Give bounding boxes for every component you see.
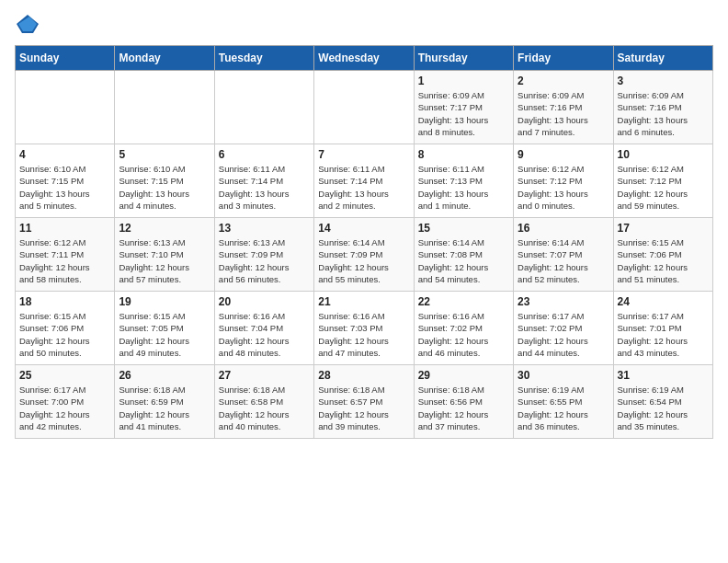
day-info: Sunrise: 6:17 AM Sunset: 7:00 PM Dayligh…: [19, 384, 110, 432]
day-info: Sunrise: 6:10 AM Sunset: 7:15 PM Dayligh…: [19, 163, 110, 212]
day-info: Sunrise: 6:15 AM Sunset: 7:06 PM Dayligh…: [618, 236, 709, 285]
day-number: 7: [318, 148, 409, 161]
day-number: 11: [19, 222, 110, 235]
day-info: Sunrise: 6:16 AM Sunset: 7:03 PM Dayligh…: [318, 310, 409, 359]
calendar-week-2: 4Sunrise: 6:10 AM Sunset: 7:15 PM Daylig…: [16, 144, 713, 218]
calendar-cell: 3Sunrise: 6:09 AM Sunset: 7:16 PM Daylig…: [613, 71, 712, 144]
calendar-cell: [214, 71, 313, 144]
day-info: Sunrise: 6:13 AM Sunset: 7:10 PM Dayligh…: [119, 236, 210, 285]
day-info: Sunrise: 6:17 AM Sunset: 7:02 PM Dayligh…: [518, 310, 609, 359]
day-number: 31: [618, 369, 709, 382]
day-info: Sunrise: 6:15 AM Sunset: 7:06 PM Dayligh…: [19, 310, 110, 359]
calendar-cell: 10Sunrise: 6:12 AM Sunset: 7:12 PM Dayli…: [613, 144, 712, 218]
day-number: 23: [518, 295, 609, 308]
calendar-cell: 28Sunrise: 6:18 AM Sunset: 6:57 PM Dayli…: [314, 365, 414, 439]
day-info: Sunrise: 6:18 AM Sunset: 6:58 PM Dayligh…: [219, 384, 310, 432]
calendar-cell: [314, 71, 414, 144]
day-info: Sunrise: 6:16 AM Sunset: 7:04 PM Dayligh…: [219, 310, 310, 359]
day-info: Sunrise: 6:12 AM Sunset: 7:11 PM Dayligh…: [19, 236, 110, 285]
day-number: 10: [618, 148, 709, 161]
day-number: 15: [418, 222, 509, 235]
day-number: 16: [518, 222, 609, 235]
calendar-cell: 17Sunrise: 6:15 AM Sunset: 7:06 PM Dayli…: [613, 218, 712, 292]
header: [15, 15, 713, 38]
day-number: 28: [318, 369, 409, 382]
logo: [15, 15, 39, 38]
day-number: 9: [518, 148, 609, 161]
calendar-cell: 19Sunrise: 6:15 AM Sunset: 7:05 PM Dayli…: [115, 292, 214, 365]
calendar-cell: 21Sunrise: 6:16 AM Sunset: 7:03 PM Dayli…: [314, 292, 414, 365]
calendar-cell: 9Sunrise: 6:12 AM Sunset: 7:12 PM Daylig…: [514, 144, 613, 218]
day-number: 2: [518, 75, 609, 87]
day-number: 21: [318, 295, 409, 308]
calendar-cell: 12Sunrise: 6:13 AM Sunset: 7:10 PM Dayli…: [115, 218, 214, 292]
calendar-cell: 16Sunrise: 6:14 AM Sunset: 7:07 PM Dayli…: [514, 218, 613, 292]
day-number: 8: [418, 148, 509, 161]
calendar-cell: 2Sunrise: 6:09 AM Sunset: 7:16 PM Daylig…: [514, 71, 613, 144]
day-number: 1: [418, 75, 509, 87]
calendar-cell: 4Sunrise: 6:10 AM Sunset: 7:15 PM Daylig…: [16, 144, 115, 218]
calendar-cell: 24Sunrise: 6:17 AM Sunset: 7:01 PM Dayli…: [613, 292, 712, 365]
calendar-cell: 31Sunrise: 6:19 AM Sunset: 6:54 PM Dayli…: [613, 365, 712, 439]
day-number: 6: [219, 148, 310, 161]
calendar-table: SundayMondayTuesdayWednesdayThursdayFrid…: [15, 45, 713, 439]
day-info: Sunrise: 6:16 AM Sunset: 7:02 PM Dayligh…: [418, 310, 509, 359]
calendar-cell: 5Sunrise: 6:10 AM Sunset: 7:15 PM Daylig…: [115, 144, 214, 218]
day-info: Sunrise: 6:12 AM Sunset: 7:12 PM Dayligh…: [618, 163, 709, 212]
day-info: Sunrise: 6:15 AM Sunset: 7:05 PM Dayligh…: [119, 310, 210, 359]
calendar-cell: 23Sunrise: 6:17 AM Sunset: 7:02 PM Dayli…: [514, 292, 613, 365]
day-number: 27: [219, 369, 310, 382]
calendar-cell: 18Sunrise: 6:15 AM Sunset: 7:06 PM Dayli…: [16, 292, 115, 365]
calendar-cell: 22Sunrise: 6:16 AM Sunset: 7:02 PM Dayli…: [414, 292, 513, 365]
day-info: Sunrise: 6:17 AM Sunset: 7:01 PM Dayligh…: [618, 310, 709, 359]
day-info: Sunrise: 6:19 AM Sunset: 6:54 PM Dayligh…: [618, 384, 709, 432]
calendar-cell: 29Sunrise: 6:18 AM Sunset: 6:56 PM Dayli…: [414, 365, 513, 439]
calendar-cell: 6Sunrise: 6:11 AM Sunset: 7:14 PM Daylig…: [214, 144, 313, 218]
calendar-cell: 26Sunrise: 6:18 AM Sunset: 6:59 PM Dayli…: [115, 365, 214, 439]
day-number: 12: [119, 222, 210, 235]
day-info: Sunrise: 6:14 AM Sunset: 7:09 PM Dayligh…: [318, 236, 409, 285]
day-info: Sunrise: 6:18 AM Sunset: 6:56 PM Dayligh…: [418, 384, 509, 432]
col-header-wednesday: Wednesday: [314, 46, 414, 71]
calendar-cell: 14Sunrise: 6:14 AM Sunset: 7:09 PM Dayli…: [314, 218, 414, 292]
day-info: Sunrise: 6:14 AM Sunset: 7:08 PM Dayligh…: [418, 236, 509, 285]
day-info: Sunrise: 6:11 AM Sunset: 7:13 PM Dayligh…: [418, 163, 509, 212]
day-number: 22: [418, 295, 509, 308]
day-info: Sunrise: 6:18 AM Sunset: 6:57 PM Dayligh…: [318, 384, 409, 432]
day-number: 19: [119, 295, 210, 308]
day-number: 14: [318, 222, 409, 235]
col-header-sunday: Sunday: [16, 46, 115, 71]
day-number: 5: [119, 148, 210, 161]
day-info: Sunrise: 6:19 AM Sunset: 6:55 PM Dayligh…: [518, 384, 609, 432]
day-info: Sunrise: 6:09 AM Sunset: 7:17 PM Dayligh…: [418, 89, 509, 138]
day-number: 30: [518, 369, 609, 382]
day-number: 29: [418, 369, 509, 382]
calendar-cell: 30Sunrise: 6:19 AM Sunset: 6:55 PM Dayli…: [514, 365, 613, 439]
calendar-cell: [16, 71, 115, 144]
col-header-saturday: Saturday: [613, 46, 712, 71]
col-header-friday: Friday: [514, 46, 613, 71]
day-number: 17: [618, 222, 709, 235]
calendar-cell: 1Sunrise: 6:09 AM Sunset: 7:17 PM Daylig…: [414, 71, 513, 144]
calendar-cell: 11Sunrise: 6:12 AM Sunset: 7:11 PM Dayli…: [16, 218, 115, 292]
calendar-week-1: 1Sunrise: 6:09 AM Sunset: 7:17 PM Daylig…: [16, 71, 713, 144]
calendar-week-3: 11Sunrise: 6:12 AM Sunset: 7:11 PM Dayli…: [16, 218, 713, 292]
day-number: 13: [219, 222, 310, 235]
day-info: Sunrise: 6:09 AM Sunset: 7:16 PM Dayligh…: [518, 89, 609, 138]
col-header-tuesday: Tuesday: [214, 46, 313, 71]
day-info: Sunrise: 6:18 AM Sunset: 6:59 PM Dayligh…: [119, 384, 210, 432]
day-number: 26: [119, 369, 210, 382]
day-number: 20: [219, 295, 310, 308]
logo-icon: [17, 15, 39, 33]
calendar-week-5: 25Sunrise: 6:17 AM Sunset: 7:00 PM Dayli…: [16, 365, 713, 439]
day-number: 25: [19, 369, 110, 382]
day-info: Sunrise: 6:11 AM Sunset: 7:14 PM Dayligh…: [219, 163, 310, 212]
day-info: Sunrise: 6:10 AM Sunset: 7:15 PM Dayligh…: [119, 163, 210, 212]
calendar-cell: 8Sunrise: 6:11 AM Sunset: 7:13 PM Daylig…: [414, 144, 513, 218]
col-header-monday: Monday: [115, 46, 214, 71]
day-number: 18: [19, 295, 110, 308]
calendar-header-row: SundayMondayTuesdayWednesdayThursdayFrid…: [16, 46, 713, 71]
calendar-cell: 13Sunrise: 6:13 AM Sunset: 7:09 PM Dayli…: [214, 218, 313, 292]
day-number: 4: [19, 148, 110, 161]
day-number: 3: [618, 75, 709, 87]
